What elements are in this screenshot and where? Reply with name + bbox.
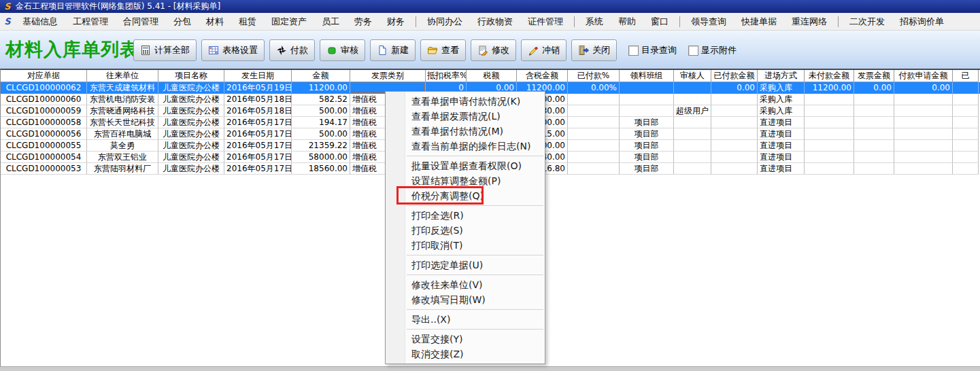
table-cell[interactable]: 超级用户	[674, 105, 711, 117]
table-cell[interactable]	[674, 117, 711, 128]
table-cell[interactable]	[805, 128, 854, 140]
table-cell[interactable]	[854, 117, 894, 128]
column-header[interactable]: 审核人	[674, 70, 711, 82]
context-menu-item[interactable]: 设置结算调整金额(P)	[386, 173, 545, 188]
table-cell[interactable]: 直进项目	[758, 163, 805, 175]
table-cell[interactable]: 2016年05月17日	[224, 152, 292, 163]
table-cell[interactable]	[674, 82, 711, 94]
column-header[interactable]: 已付款%	[568, 70, 620, 82]
table-cell[interactable]	[711, 94, 758, 105]
table-cell[interactable]	[953, 128, 979, 140]
table-cell[interactable]	[894, 117, 953, 128]
column-header[interactable]: 抵扣税率%	[426, 70, 467, 82]
table-cell[interactable]	[894, 128, 953, 140]
column-header[interactable]: 未付款金额	[805, 70, 854, 82]
table-cell[interactable]: 2016年05月17日	[224, 140, 292, 152]
table-cell[interactable]	[854, 152, 894, 163]
table-cell[interactable]: 采购入库	[758, 105, 805, 117]
menu-item[interactable]: 基础信息	[15, 14, 65, 29]
context-menu-item[interactable]: 导出..(X)	[386, 312, 545, 327]
toolbar-button[interactable]: 冲销	[521, 39, 567, 61]
column-header[interactable]: 进场方式	[758, 70, 805, 82]
menu-item[interactable]: 劳务	[347, 14, 379, 29]
table-cell[interactable]	[568, 140, 620, 152]
table-cell[interactable]: 0.00%	[568, 82, 620, 94]
table-cell[interactable]	[568, 163, 620, 175]
column-header[interactable]: 对应单据	[1, 70, 87, 82]
table-cell[interactable]: 儿童医院办公楼	[158, 140, 224, 152]
table-cell[interactable]: 0.00	[894, 82, 953, 94]
column-header[interactable]: 项目名称	[158, 70, 224, 82]
table-cell[interactable]: 项目部	[620, 152, 674, 163]
table-cell[interactable]	[805, 152, 854, 163]
table-cell[interactable]: 2016年05月17日	[224, 117, 292, 128]
table-cell[interactable]	[568, 117, 620, 128]
table-cell[interactable]	[894, 105, 953, 117]
column-header[interactable]: 金额	[292, 70, 350, 82]
table-cell[interactable]	[711, 140, 758, 152]
table-cell[interactable]: 直进项目	[758, 128, 805, 140]
column-header[interactable]: 往来单位	[87, 70, 158, 82]
table-cell[interactable]: 项目部	[620, 117, 674, 128]
table-cell[interactable]	[894, 163, 953, 175]
table-cell[interactable]: 东营陆羽材料厂	[87, 163, 158, 175]
table-cell[interactable]: 582.52	[292, 94, 350, 105]
table-cell[interactable]	[894, 140, 953, 152]
context-menu-item[interactable]: 查看单据发票情况(L)	[386, 109, 545, 124]
table-cell[interactable]	[854, 94, 894, 105]
column-header[interactable]: 已	[953, 70, 979, 82]
menu-item[interactable]: 固定资产	[264, 14, 314, 29]
table-cell[interactable]: 2016年05月17日	[224, 163, 292, 175]
menu-item[interactable]: 分包	[166, 14, 199, 29]
table-cell[interactable]	[620, 105, 674, 117]
context-menu-item[interactable]: 打印反选(S)	[386, 223, 545, 238]
table-cell[interactable]	[620, 82, 674, 94]
table-cell[interactable]: 采购入库	[758, 82, 805, 94]
table-cell[interactable]: 儿童医院办公楼	[158, 117, 224, 128]
table-cell[interactable]: CLCGD100000059	[1, 105, 87, 117]
table-cell[interactable]	[953, 94, 979, 105]
menu-item[interactable]: 行政物资	[470, 14, 520, 29]
context-menu-item[interactable]: 查看当前单据的操作日志(N)	[386, 139, 545, 154]
menu-item[interactable]: 重连网络	[784, 14, 834, 29]
toolbar-button[interactable]: 付款	[269, 39, 315, 61]
table-cell[interactable]: 儿童医院办公楼	[158, 94, 224, 105]
table-cell[interactable]: 58000.00	[292, 152, 350, 163]
table-cell[interactable]	[711, 117, 758, 128]
table-cell[interactable]: 东营机电消防安装	[87, 94, 158, 105]
table-cell[interactable]	[894, 152, 953, 163]
table-cell[interactable]	[953, 117, 979, 128]
table-cell[interactable]: 采购入库	[758, 94, 805, 105]
table-cell[interactable]	[854, 105, 894, 117]
table-cell[interactable]: 0.00	[854, 82, 894, 94]
table-cell[interactable]	[568, 128, 620, 140]
menu-item[interactable]: 系统	[578, 14, 611, 29]
toolbar-button[interactable]: 查看	[420, 39, 466, 61]
context-menu-item[interactable]: 查看单据付款情况(M)	[386, 124, 545, 139]
menu-item[interactable]: 工程管理	[65, 14, 116, 29]
toolbar-button[interactable]: 审核	[320, 39, 365, 61]
table-cell[interactable]	[854, 128, 894, 140]
table-cell[interactable]: 儿童医院办公楼	[158, 128, 224, 140]
context-menu-item[interactable]: 修改填写日期(W)	[386, 292, 545, 307]
menu-item[interactable]: 员工	[314, 14, 347, 29]
table-cell[interactable]: 2016年05月17日	[224, 128, 292, 140]
column-header[interactable]: 发票类别	[350, 70, 426, 82]
table-cell[interactable]: 东营长天世纪科技	[87, 117, 158, 128]
table-cell[interactable]	[894, 94, 953, 105]
column-header[interactable]: 已付款金额	[711, 70, 758, 82]
table-cell[interactable]: CLCGD100000058	[1, 117, 87, 128]
checkbox-icon[interactable]	[628, 46, 639, 56]
toolbar-checkbox[interactable]: 显示附件	[688, 44, 737, 56]
table-cell[interactable]: 直进项目	[758, 140, 805, 152]
column-header[interactable]: 领料班组	[620, 70, 674, 82]
menu-item[interactable]: 材料	[199, 14, 231, 29]
table-cell[interactable]	[674, 140, 711, 152]
table-cell[interactable]	[568, 152, 620, 163]
table-cell[interactable]	[805, 163, 854, 175]
context-menu-item[interactable]: 查看单据申请付款情况(K)	[386, 94, 545, 109]
table-cell[interactable]: 直进项目	[758, 152, 805, 163]
context-menu-item[interactable]: 批量设置单据查看权限(O)	[386, 158, 545, 173]
table-cell[interactable]: 500.00	[292, 128, 350, 140]
table-cell[interactable]: 莫全勇	[87, 140, 158, 152]
